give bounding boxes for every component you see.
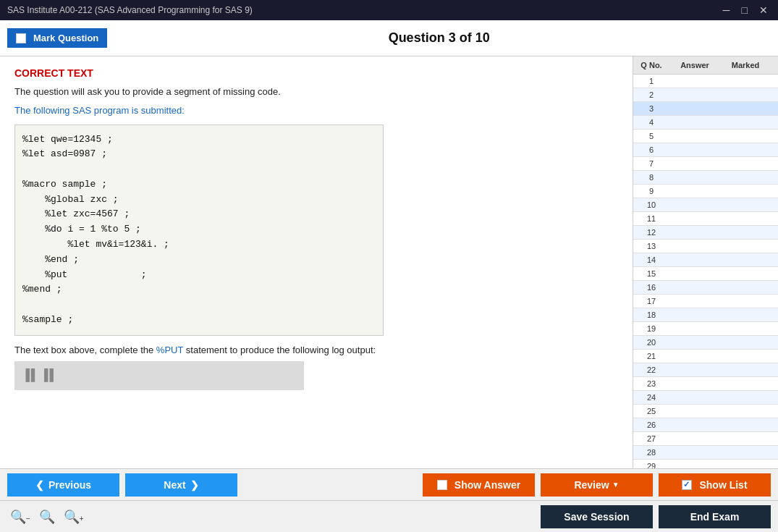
question-number-cell: 15: [633, 267, 669, 280]
end-exam-button[interactable]: End Exam: [659, 505, 771, 528]
show-answer-button[interactable]: Show Answer: [423, 473, 535, 497]
question-list-row[interactable]: 24: [633, 391, 778, 405]
question-list-row[interactable]: 1: [633, 75, 778, 88]
question-list-row[interactable]: 7: [633, 157, 778, 171]
question-answer-cell: [669, 418, 720, 431]
question-marked-cell: [720, 446, 771, 459]
save-session-button[interactable]: Save Session: [541, 505, 653, 528]
question-list-row[interactable]: 13: [633, 240, 778, 253]
question-answer-cell: [669, 322, 720, 335]
intro-text: The question will ask you to provide a s…: [14, 85, 618, 99]
show-list-button[interactable]: Show List: [659, 473, 771, 497]
question-number-cell: 8: [633, 171, 669, 184]
question-list-row[interactable]: 23: [633, 377, 778, 391]
question-number-cell: 17: [633, 295, 669, 308]
correct-text-label: CORRECT TEXT: [14, 67, 618, 79]
question-marked-cell: [720, 157, 771, 170]
question-list-row[interactable]: 12: [633, 226, 778, 240]
zoom-controls: 🔍− 🔍 🔍+: [7, 507, 87, 526]
mark-question-button[interactable]: Mark Question: [7, 28, 107, 48]
previous-label: Previous: [48, 479, 91, 491]
question-number-cell: 22: [633, 363, 669, 376]
question-number-cell: 25: [633, 405, 669, 418]
save-session-label: Save Session: [564, 511, 629, 523]
question-answer-cell: [669, 253, 720, 266]
review-button[interactable]: Review ▼: [541, 473, 653, 497]
bottom-navigation: Previous Next Show Answer Review ▼ Show …: [0, 468, 778, 500]
question-list-row[interactable]: 17: [633, 295, 778, 308]
question-list-row[interactable]: 15: [633, 267, 778, 281]
question-list-row[interactable]: 21: [633, 350, 778, 363]
question-marked-cell: [720, 336, 771, 349]
question-answer-cell: [669, 226, 720, 239]
question-number-cell: 28: [633, 446, 669, 459]
question-list-row[interactable]: 5: [633, 130, 778, 143]
question-number-cell: 6: [633, 143, 669, 156]
question-answer-cell: [669, 281, 720, 294]
question-list-row[interactable]: 4: [633, 116, 778, 130]
question-list-row[interactable]: 10: [633, 198, 778, 212]
next-button[interactable]: Next: [125, 473, 237, 497]
question-marked-cell: [720, 377, 771, 390]
question-list-row[interactable]: 27: [633, 432, 778, 446]
question-list-row[interactable]: 2: [633, 88, 778, 102]
question-number-cell: 11: [633, 212, 669, 225]
zoom-reset-button[interactable]: 🔍: [36, 507, 58, 526]
question-answer-cell: [669, 391, 720, 404]
question-marked-cell: [720, 281, 771, 294]
question-number-cell: 14: [633, 253, 669, 266]
question-marked-cell: [720, 350, 771, 363]
maximize-button[interactable]: □: [739, 4, 750, 16]
question-list-row[interactable]: 29: [633, 460, 778, 468]
question-list-row[interactable]: 22: [633, 363, 778, 377]
question-number-cell: 20: [633, 336, 669, 349]
following-text: The following SAS program is submitted:: [14, 105, 618, 116]
question-number-cell: 16: [633, 281, 669, 294]
zoom-in-button[interactable]: 🔍+: [61, 507, 87, 526]
bottom-text: The text box above, complete the %PUT st…: [14, 345, 618, 355]
code-line-2: %let asd=0987 ;: [22, 147, 376, 162]
question-list-row[interactable]: 9: [633, 185, 778, 198]
question-list-row[interactable]: 14: [633, 253, 778, 267]
question-area: CORRECT TEXT The question will ask you t…: [0, 56, 633, 468]
question-list-row[interactable]: 3: [633, 102, 778, 116]
question-number-cell: 27: [633, 432, 669, 445]
question-number-cell: 5: [633, 130, 669, 143]
zoom-out-button[interactable]: 🔍−: [7, 507, 33, 526]
question-marked-cell: [720, 171, 771, 184]
show-answer-checkbox-icon: [437, 480, 447, 490]
question-list-row[interactable]: 6: [633, 143, 778, 157]
question-list-row[interactable]: 18: [633, 308, 778, 322]
question-list-row[interactable]: 28: [633, 446, 778, 460]
question-list-row[interactable]: 19: [633, 322, 778, 336]
minimize-button[interactable]: ─: [720, 4, 733, 16]
question-answer-cell: [669, 157, 720, 170]
code-line-4: %macro sample ;: [22, 177, 376, 193]
close-button[interactable]: ✕: [756, 4, 771, 16]
app-title: SAS Institute A00-212 (SAS Advanced Prog…: [7, 5, 253, 15]
question-list-row[interactable]: 11: [633, 212, 778, 226]
main-content: CORRECT TEXT The question will ask you t…: [0, 56, 778, 468]
question-list-row[interactable]: 16: [633, 281, 778, 295]
question-answer-cell: [669, 377, 720, 390]
question-number-cell: 10: [633, 198, 669, 211]
question-list-row[interactable]: 26: [633, 418, 778, 432]
question-list-body[interactable]: 1234567891011121314151617181920212223242…: [633, 75, 778, 468]
next-label: Next: [164, 479, 185, 491]
mark-checkbox-icon: [16, 33, 26, 43]
previous-button[interactable]: Previous: [7, 473, 119, 497]
partial-output-image: ▐▌▐▌: [14, 361, 304, 390]
question-list-row[interactable]: 25: [633, 405, 778, 418]
question-number-cell: 29: [633, 460, 669, 468]
question-list-row[interactable]: 8: [633, 171, 778, 185]
header-marked: Marked: [720, 59, 771, 71]
question-marked-cell: [720, 116, 771, 129]
question-answer-cell: [669, 405, 720, 418]
question-marked-cell: [720, 322, 771, 335]
code-line-5: %global zxc ;: [22, 193, 376, 208]
chevron-right-icon: [190, 479, 199, 491]
question-list-row[interactable]: 20: [633, 336, 778, 350]
question-marked-cell: [720, 391, 771, 404]
question-marked-cell: [720, 295, 771, 308]
code-line-11: %mend ;: [22, 282, 376, 297]
